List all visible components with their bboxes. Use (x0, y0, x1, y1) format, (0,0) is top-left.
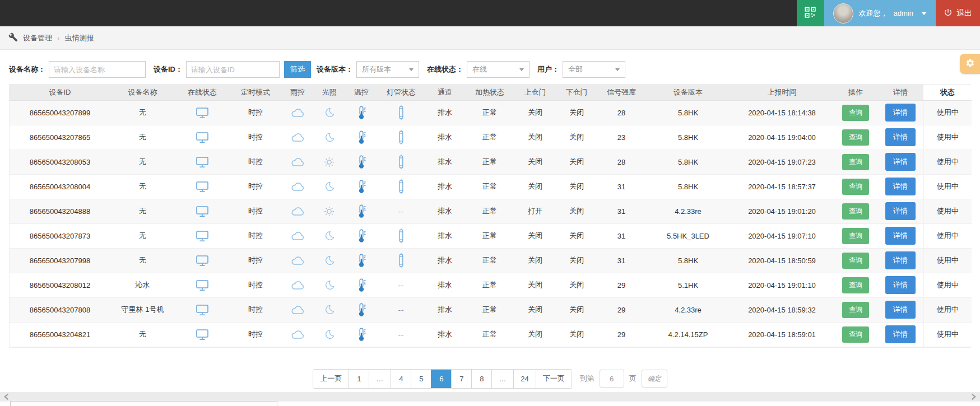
table-row: 865650043207865无时控排水正常关闭关闭235.8HK2020-04… (10, 125, 972, 150)
detail-button[interactable]: 详情 (885, 276, 916, 294)
cell-signal-strength: 31 (597, 199, 646, 223)
cloud-icon (291, 157, 304, 165)
cell-report-time: 2020-04-15 18:50:59 (730, 248, 834, 273)
column-header: 温控 (345, 85, 378, 100)
detail-button[interactable]: 详情 (885, 178, 916, 195)
user-label: 用户： (537, 64, 559, 74)
cell-report-time: 2020-04-15 19:07:10 (730, 223, 834, 248)
cell-device-version: 5.5HK_3LED (646, 223, 730, 248)
query-button[interactable]: 查询 (842, 203, 869, 220)
cell-status: 使用中 (923, 223, 972, 248)
cell-channel: 排水 (424, 297, 466, 322)
thermometer-icon (357, 206, 366, 214)
cell-device-id: 865650043204821 (10, 322, 110, 347)
thermometer-icon (357, 231, 366, 239)
cell-upper-door: 关闭 (514, 125, 556, 150)
cell-device-id: 865650043207998 (10, 248, 110, 273)
qr-code-button[interactable] (797, 0, 824, 26)
cell-device-id: 865650043207808 (10, 297, 110, 322)
query-button[interactable]: 查询 (842, 326, 869, 343)
cell-rain-control (281, 297, 314, 322)
page-button[interactable]: 4 (391, 370, 411, 388)
scroll-right-icon[interactable] (970, 393, 977, 400)
page-button[interactable]: 24 (513, 370, 535, 388)
tube-icon (398, 132, 405, 141)
user-menu[interactable]: 欢迎您， admin (824, 0, 936, 26)
device-id-input[interactable] (186, 61, 280, 78)
cell-action: 查询 (834, 297, 877, 322)
breadcrumb-item-device-management[interactable]: 设备管理 (23, 33, 52, 43)
device-version-label: 设备版本： (317, 64, 353, 74)
query-button[interactable]: 查询 (842, 277, 869, 293)
cell-device-name: 守里林 1号机 (110, 297, 175, 322)
cell-online-status (175, 223, 230, 248)
table-row: 865650043207899无时控排水正常关闭关闭285.8HK2020-04… (10, 100, 972, 125)
device-name-input[interactable] (49, 61, 146, 78)
cell-lamp-status: -- (378, 273, 424, 297)
cell-online-status (175, 248, 230, 273)
cell-rain-control (281, 125, 314, 150)
cell-channel: 排水 (424, 100, 466, 125)
cell-timer-mode: 时控 (230, 150, 281, 174)
query-button[interactable]: 查询 (842, 179, 869, 195)
query-button[interactable]: 查询 (842, 228, 869, 244)
page-button[interactable]: 8 (471, 370, 491, 388)
cell-device-version: 5.1HK (646, 273, 730, 297)
cell-rain-control (281, 322, 314, 347)
detail-button[interactable]: 详情 (885, 227, 916, 245)
query-button[interactable]: 查询 (842, 253, 869, 269)
query-button[interactable]: 查询 (842, 154, 869, 170)
query-button[interactable]: 查询 (842, 105, 869, 121)
cell-status: 使用中 (923, 199, 972, 223)
logout-button[interactable]: 退出 (936, 0, 980, 26)
cell-online-status (175, 322, 230, 347)
monitor-icon (196, 231, 209, 239)
settings-button[interactable] (960, 54, 980, 74)
cell-light-control (314, 174, 345, 199)
scroll-left-icon[interactable] (3, 393, 10, 400)
detail-button[interactable]: 详情 (885, 251, 916, 269)
tube-icon (398, 181, 405, 190)
cell-report-time: 2020-04-15 18:59:01 (730, 322, 834, 347)
cell-upper-door: 关闭 (514, 322, 556, 347)
detail-button[interactable]: 详情 (885, 153, 916, 171)
online-status-select[interactable]: 在线 (467, 61, 530, 78)
page-button[interactable]: 1 (349, 370, 369, 388)
cell-light-control (314, 248, 345, 273)
moon-icon (324, 181, 335, 190)
column-header: 下仓门 (556, 85, 597, 100)
prev-page-button[interactable]: 上一页 (313, 370, 349, 388)
moon-icon (324, 231, 335, 239)
query-button[interactable]: 查询 (842, 302, 869, 318)
page-button[interactable]: 7 (451, 370, 471, 388)
detail-button[interactable]: 详情 (885, 104, 916, 122)
detail-button[interactable]: 详情 (885, 128, 916, 146)
version-select[interactable]: 所有版本 (356, 61, 419, 78)
detail-button[interactable]: 详情 (885, 202, 916, 220)
table-row: 865650043208012沁水时控--排水正常关闭关闭295.1HK2020… (10, 273, 972, 297)
topbar: 欢迎您， admin 退出 (0, 0, 980, 26)
monitor-icon (196, 329, 209, 338)
column-header: 状态 (923, 85, 972, 100)
page-button[interactable]: 5 (411, 370, 431, 388)
cell-heating-status: 正常 (466, 100, 514, 125)
cell-detail: 详情 (877, 125, 923, 150)
filter-button[interactable]: 筛选 (284, 61, 311, 78)
moon-icon (324, 329, 335, 338)
user-select[interactable]: 全部 (563, 61, 625, 78)
next-page-button[interactable]: 下一页 (536, 370, 572, 388)
cell-device-name: 沁水 (110, 273, 175, 297)
column-header: 上报时间 (730, 85, 834, 100)
cell-rain-control (281, 248, 314, 273)
cell-light-control (314, 297, 345, 322)
cell-signal-strength: 31 (597, 223, 646, 248)
goto-page-input[interactable] (600, 370, 624, 388)
detail-button[interactable]: 详情 (885, 301, 916, 319)
breadcrumb: 设备管理 › 虫情测报 (0, 26, 980, 50)
table-row: 865650043207873无时控排水正常关闭关闭315.5HK_3LED20… (10, 223, 972, 248)
detail-button[interactable]: 详情 (885, 325, 916, 343)
confirm-button[interactable]: 确定 (642, 370, 667, 388)
query-button[interactable]: 查询 (842, 129, 869, 146)
horizontal-scrollbar-thumb[interactable] (10, 401, 277, 406)
chevron-down-icon (615, 68, 620, 71)
